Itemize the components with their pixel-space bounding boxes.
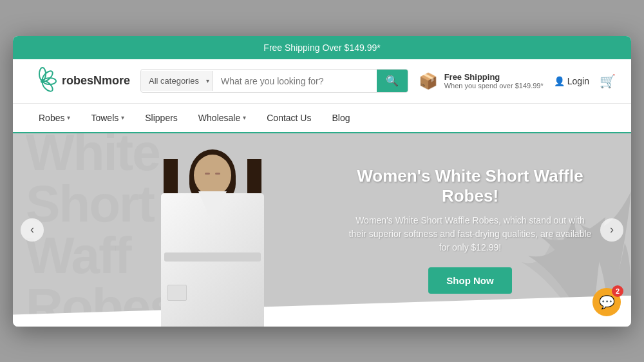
chat-widget[interactable]: 💬 2 <box>592 288 621 316</box>
category-select[interactable]: All categories Robes Towels Slippers <box>141 71 213 91</box>
nav-item-towels[interactable]: Towels ▾ <box>80 104 135 132</box>
search-button[interactable]: 🔍 <box>377 70 408 92</box>
login-button[interactable]: 👤 Login <box>554 76 589 86</box>
announcement-text: Free Shipping Over $149.99* <box>263 43 380 53</box>
hero-content: Women's White Short Waffle Robes! Women'… <box>348 166 592 294</box>
shipping-icon: 📦 <box>419 72 438 90</box>
announcement-bar: Free Shipping Over $149.99* <box>13 36 631 59</box>
nav-item-wholesale[interactable]: Wholesale ▾ <box>188 104 256 132</box>
wholesale-chevron-icon: ▾ <box>243 114 246 121</box>
search-area: All categories Robes Towels Slippers ▾ 🔍 <box>140 69 408 93</box>
hero-slider: WhiteShortWaffRobes <box>13 133 631 327</box>
nav-item-slippers[interactable]: Slippers <box>135 104 188 132</box>
shipping-subtitle: When you spend over $149.99* <box>444 82 544 90</box>
login-label: Login <box>567 76 589 86</box>
shipping-info: Free Shipping When you spend over $149.9… <box>444 72 544 90</box>
nav-item-contact[interactable]: Contact Us <box>256 104 321 132</box>
chat-icon: 💬 <box>599 294 615 310</box>
logo-text: robesNmore <box>62 74 130 88</box>
cart-icon[interactable]: 🛒 <box>600 73 616 89</box>
free-shipping-badge: 📦 Free Shipping When you spend over $149… <box>419 72 544 90</box>
browser-window: Free Shipping Over $149.99* robesNmore <box>13 36 631 327</box>
hero-title: Women's White Short Waffle Robes! <box>348 166 592 206</box>
nav-bar: Robes ▾ Towels ▾ Slippers Wholesale ▾ Co… <box>13 104 631 133</box>
robes-chevron-icon: ▾ <box>67 114 70 121</box>
chat-badge: 2 <box>612 285 623 297</box>
slider-next-button[interactable]: › <box>600 218 623 242</box>
model-figure <box>142 140 283 327</box>
category-wrapper: All categories Robes Towels Slippers ▾ <box>141 71 213 91</box>
header-actions: 👤 Login 🛒 <box>554 73 616 89</box>
logo-icon <box>28 67 57 95</box>
shipping-title: Free Shipping <box>444 72 544 82</box>
slider-prev-button[interactable]: ‹ <box>21 218 44 242</box>
header: robesNmore All categories Robes Towels S… <box>13 59 631 104</box>
towels-chevron-icon: ▾ <box>121 114 124 121</box>
logo-area[interactable]: robesNmore <box>28 67 130 95</box>
svg-point-4 <box>41 79 44 83</box>
search-input[interactable] <box>213 71 377 91</box>
hero-description: Women's White Short Waffle Robes, which … <box>348 214 592 254</box>
search-icon: 🔍 <box>386 75 399 86</box>
chevron-left-icon: ‹ <box>30 223 34 236</box>
chevron-right-icon: › <box>610 223 614 236</box>
nav-item-blog[interactable]: Blog <box>321 104 360 132</box>
shop-now-button[interactable]: Shop Now <box>428 267 511 294</box>
nav-item-robes[interactable]: Robes ▾ <box>28 104 80 132</box>
user-icon: 👤 <box>554 76 565 86</box>
